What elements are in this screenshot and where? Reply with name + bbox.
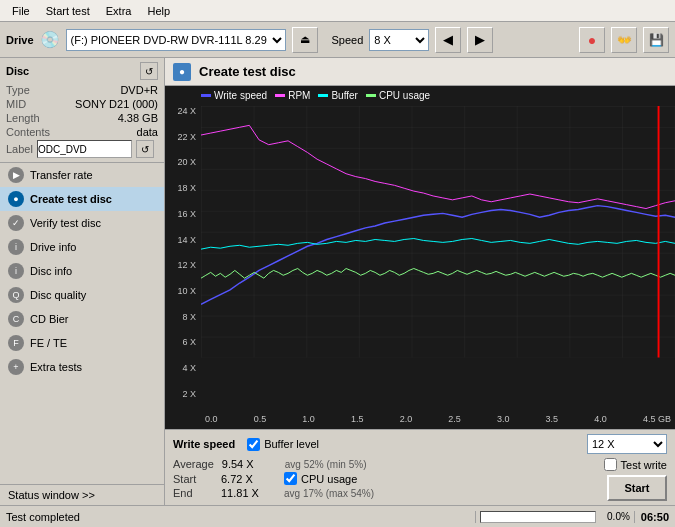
start-button[interactable]: Start [607,475,667,501]
disc-quality-icon: Q [8,287,24,303]
sidebar-item-disc-quality[interactable]: Q Disc quality [0,283,164,307]
disc-contents-value: data [137,126,158,138]
drive-select[interactable]: (F:) PIONEER DVD-RW DVR-111L 8.29 [66,29,286,51]
legend-write-speed: Write speed [201,90,267,101]
y-label-18: 18 X [167,183,199,193]
copy-button[interactable]: 👐 [611,27,637,53]
sidebar-item-label: Disc info [30,265,72,277]
sidebar-item-label: CD Bier [30,313,69,325]
cd-bier-icon: C [8,311,24,327]
x-label-25: 2.5 [448,414,461,424]
disc-mid-label: MID [6,98,26,110]
y-label-2: 2 X [167,389,199,399]
chart-svg [201,106,675,358]
speed-select[interactable]: 8 X 12 X 16 X [369,29,429,51]
y-label-8: 8 X [167,312,199,322]
start-value: 6.72 X [221,473,276,485]
x-label-15: 1.5 [351,414,364,424]
sidebar-item-label: Create test disc [30,193,112,205]
sidebar-nav: ▶ Transfer rate ● Create test disc ✓ Ver… [0,163,164,484]
verify-test-disc-icon: ✓ [8,215,24,231]
menu-start-test[interactable]: Start test [38,3,98,19]
next-button[interactable]: ▶ [467,27,493,53]
start-label: Start [173,473,213,485]
disc-type-label: Type [6,84,30,96]
sidebar-item-create-test-disc[interactable]: ● Create test disc [0,187,164,211]
sidebar-item-disc-info[interactable]: i Disc info [0,259,164,283]
legend-buffer-label: Buffer [331,90,358,101]
legend-cpu: CPU usage [366,90,430,101]
x-label-45: 4.5 GB [643,414,671,424]
eject-button[interactable]: ⏏ [292,27,318,53]
sidebar-item-extra-tests[interactable]: + Extra tests [0,355,164,379]
end-stat: End 11.81 X avg 17% (max 54%) [173,487,596,499]
disc-section-title: Disc [6,65,29,77]
status-window-button[interactable]: Status window >> [0,484,164,505]
disc-label-input[interactable] [37,140,132,158]
panel-icon: ● [173,63,191,81]
time-display: 06:50 [635,511,675,523]
y-label-14: 14 X [167,235,199,245]
chart-container: Write speed RPM Buffer CPU usage [165,86,675,429]
extra-tests-icon: + [8,359,24,375]
main-panel: ● Create test disc Write speed RPM [165,58,675,505]
sidebar-item-drive-info[interactable]: i Drive info [0,235,164,259]
disc-label-refresh-button[interactable]: ↺ [136,140,154,158]
create-test-disc-icon: ● [8,191,24,207]
progress-percent: 0.0% [600,511,630,522]
progress-bar-outer [480,511,596,523]
drive-icon: 💿 [40,30,60,49]
disc-refresh-button[interactable]: ↺ [140,62,158,80]
status-text: Test completed [0,511,475,523]
status-window-label: Status window >> [8,489,95,501]
legend-rpm: RPM [275,90,310,101]
panel-header: ● Create test disc [165,58,675,86]
menu-help[interactable]: Help [139,3,178,19]
sidebar-item-fe-te[interactable]: F FE / TE [0,331,164,355]
end-detail: avg 17% (max 54%) [284,488,374,499]
buffer-level-checkbox[interactable] [247,438,260,451]
y-label-12: 12 X [167,260,199,270]
x-label-35: 3.5 [546,414,559,424]
legend-buffer: Buffer [318,90,358,101]
disc-info-panel: Disc ↺ Type DVD+R MID SONY D21 (000) Len… [0,58,164,163]
cpu-usage-checkbox-item: CPU usage [284,472,357,485]
test-write-label: Test write [621,459,667,471]
y-axis: 24 X 22 X 20 X 18 X 16 X 14 X 12 X 10 X … [165,106,201,399]
buffer-dot [318,94,328,97]
legend-rpm-label: RPM [288,90,310,101]
x-label-40: 4.0 [594,414,607,424]
disc-info-icon: i [8,263,24,279]
burn-button[interactable]: ● [579,27,605,53]
menubar: File Start test Extra Help [0,0,675,22]
disc-length-value: 4.38 GB [118,112,158,124]
controls-row1: Write speed Buffer level 12 X 8 X 16 X M… [173,434,667,454]
sidebar-item-label: Transfer rate [30,169,93,181]
progress-section: 0.0% [475,511,635,523]
write-speed-dot [201,94,211,97]
menu-file[interactable]: File [4,3,38,19]
buffer-level-checkbox-item: Buffer level [247,438,319,451]
speed-dropdown[interactable]: 12 X 8 X 16 X Max [587,434,667,454]
transfer-rate-icon: ▶ [8,167,24,183]
end-label: End [173,487,213,499]
sidebar-item-verify-test-disc[interactable]: ✓ Verify test disc [0,211,164,235]
bottom-controls: Write speed Buffer level 12 X 8 X 16 X M… [165,429,675,505]
sidebar-item-label: Verify test disc [30,217,101,229]
average-label: Average [173,458,214,470]
drive-bar: Drive 💿 (F:) PIONEER DVD-RW DVR-111L 8.2… [0,22,675,58]
write-speed-label: Write speed [173,438,235,450]
disc-mid-value: SONY D21 (000) [75,98,158,110]
x-label-05: 0.5 [254,414,267,424]
speed-label: Speed [332,34,364,46]
average-stat: Average 9.54 X avg 52% (min 5%) [173,458,596,470]
prev-button[interactable]: ◀ [435,27,461,53]
sidebar-item-transfer-rate[interactable]: ▶ Transfer rate [0,163,164,187]
save-button[interactable]: 💾 [643,27,669,53]
test-write-checkbox[interactable] [604,458,617,471]
cpu-usage-checkbox[interactable] [284,472,297,485]
menu-extra[interactable]: Extra [98,3,140,19]
disc-type-value: DVD+R [120,84,158,96]
rpm-dot [275,94,285,97]
sidebar-item-cd-bier[interactable]: C CD Bier [0,307,164,331]
